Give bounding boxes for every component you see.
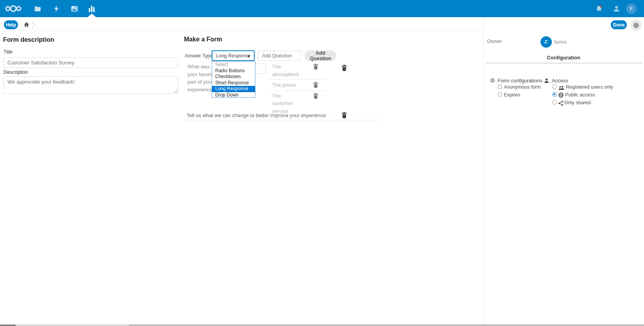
contacts-person-icon [613, 5, 620, 12]
dropdown-option-select[interactable]: Select [212, 62, 255, 68]
app-files[interactable] [29, 0, 46, 17]
option-row: The customer service [267, 91, 326, 117]
title-label: Title [4, 49, 12, 55]
option-row: The atmosphere [267, 61, 326, 80]
dropdown-option-radio-buttons[interactable]: Radio Buttons [212, 68, 255, 74]
delete-option-button[interactable] [313, 82, 318, 89]
option-text: The customer service [272, 92, 303, 115]
dropdown-option-long-response[interactable]: Long Response [212, 86, 255, 92]
horizontal-scrollbar-track[interactable] [16, 324, 129, 326]
form-configurations-gear-icon [490, 78, 495, 85]
owner-avatar-initial: F [544, 39, 548, 45]
form-title-input[interactable] [3, 57, 178, 68]
breadcrumb-home[interactable] [24, 22, 29, 29]
anonymous-form-checkbox[interactable] [498, 85, 502, 89]
sidebar-divider [483, 17, 483, 326]
owner-avatar: F [541, 36, 552, 48]
question-1-options-list: The atmosphere The prices The customer s… [267, 61, 326, 116]
owner-label: Owner [487, 38, 502, 44]
question-2-divider [184, 120, 379, 120]
nextcloud-logo-icon [5, 4, 22, 13]
access-person-icon [544, 78, 549, 85]
home-icon [24, 22, 29, 27]
chevron-down-icon [247, 55, 250, 57]
bell-icon [596, 5, 603, 12]
form-description-textarea[interactable]: We appreciate your feedback! [3, 76, 178, 94]
gear-icon [633, 22, 639, 29]
add-question-input[interactable] [258, 51, 301, 61]
breadcrumb-chevron-icon [32, 21, 35, 30]
owner-name: forms [554, 39, 567, 45]
user-avatar-initial: F [630, 6, 633, 12]
user-avatar[interactable]: F [626, 4, 637, 14]
help-button[interactable]: Help [4, 20, 18, 29]
delete-option-button[interactable] [313, 93, 318, 100]
answer-type-dropdown: Select Radio Buttons Checkboxes Short Re… [212, 61, 255, 98]
notifications-button[interactable] [591, 0, 607, 17]
registered-users-icon [558, 85, 564, 92]
registered-users-label[interactable]: Registered users only [566, 84, 613, 90]
photos-icon [71, 6, 78, 12]
option-text: The prices [272, 81, 303, 89]
top-header-bar: F [0, 0, 644, 17]
answer-type-label: Answer Type: [185, 53, 214, 59]
lightning-icon [54, 5, 59, 12]
answer-type-select[interactable]: Long Response [212, 50, 255, 61]
app-activity[interactable] [48, 0, 65, 17]
configuration-heading: Configuration [483, 55, 644, 61]
nextcloud-logo[interactable] [5, 0, 22, 17]
configuration-divider [486, 63, 642, 63]
contacts-button[interactable] [608, 0, 624, 17]
delete-question-2-button[interactable] [341, 112, 347, 120]
expires-checkbox[interactable] [498, 93, 502, 96]
answer-type-selected-value: Long Response [216, 53, 250, 59]
bar-chart-icon [89, 5, 95, 12]
toolbar [0, 17, 644, 31]
public-access-radio[interactable] [552, 92, 557, 97]
form-description-heading: Form description [3, 36, 54, 43]
access-heading: Access [552, 78, 568, 84]
dropdown-option-drop-down[interactable]: Drop Down [212, 92, 255, 98]
only-shared-label[interactable]: Only shared [564, 100, 590, 105]
delete-question-1-button[interactable] [341, 65, 347, 73]
only-shared-share-icon [558, 100, 563, 107]
add-question-button[interactable]: Add Question [305, 50, 336, 61]
description-label: Description [4, 69, 28, 75]
horizontal-scrollbar-thumb[interactable] [0, 324, 16, 326]
delete-option-button[interactable] [313, 64, 318, 71]
registered-users-radio[interactable] [552, 84, 557, 89]
only-shared-radio[interactable] [552, 100, 557, 105]
trash-icon [313, 64, 318, 69]
dropdown-option-checkboxes[interactable]: Checkboxes [212, 74, 255, 80]
expires-label[interactable]: Expires [504, 92, 520, 98]
app-photos[interactable] [66, 0, 83, 17]
trash-icon [313, 82, 318, 88]
active-app-indicator [87, 14, 96, 17]
anonymous-form-label[interactable]: Anonymous form [504, 84, 541, 90]
form-configurations-heading: Form configurations [498, 78, 542, 84]
done-button[interactable]: Done [611, 20, 627, 29]
option-row: The prices [267, 80, 326, 91]
settings-button[interactable] [630, 20, 642, 31]
toolbar-divider [0, 30, 483, 31]
trash-icon [341, 65, 347, 71]
folder-icon [34, 6, 41, 12]
trash-icon [341, 112, 347, 118]
make-a-form-heading: Make a Form [184, 36, 222, 43]
public-access-label[interactable]: Public access [565, 92, 595, 98]
window-scrollbar[interactable] [129, 324, 644, 326]
option-text: The atmosphere [272, 63, 303, 78]
public-access-globe-icon [558, 92, 564, 99]
trash-icon [313, 93, 318, 99]
dropdown-option-short-response[interactable]: Short Response [212, 80, 255, 86]
